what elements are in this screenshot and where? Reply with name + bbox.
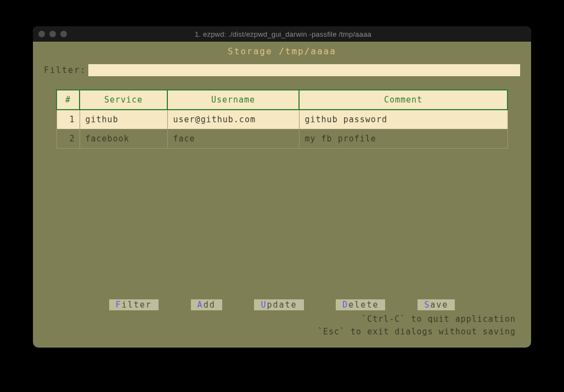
- app-body: Storage /tmp/aaaa Filter: # Service User…: [33, 42, 531, 348]
- cell-service: github: [80, 110, 167, 129]
- help-text: `Ctrl-C` to quit application `Esc` to ex…: [318, 313, 516, 338]
- storage-path: /tmp/aaaa: [279, 46, 336, 56]
- cell-comment: github password: [299, 110, 507, 129]
- button-rest: pdate: [267, 300, 297, 310]
- storage-header: Storage /tmp/aaaa: [44, 46, 520, 56]
- col-header-username: Username: [167, 90, 299, 110]
- help-line-esc: `Esc` to exit dialogs without saving: [318, 326, 516, 338]
- table-row[interactable]: 1 github user@github.com github password: [57, 110, 507, 129]
- hotkey-letter: S: [424, 300, 430, 310]
- action-button-row: Filter Add Update Delete Save: [33, 299, 531, 310]
- button-rest: ave: [430, 300, 448, 310]
- col-header-index: #: [57, 90, 80, 110]
- add-button[interactable]: Add: [191, 299, 222, 310]
- cell-username: face: [167, 129, 299, 149]
- storage-prefix: Storage: [228, 46, 279, 56]
- update-button[interactable]: Update: [254, 299, 303, 310]
- filter-button[interactable]: Filter: [109, 299, 159, 310]
- col-header-service: Service: [80, 90, 167, 110]
- window-title: 1. ezpwd: ./dist/ezpwd_gui_darwin -passf…: [41, 30, 526, 38]
- hotkey-letter: F: [116, 300, 122, 310]
- col-header-comment: Comment: [299, 90, 507, 110]
- table-row[interactable]: 2 facebook face my fb profile: [57, 129, 507, 149]
- button-rest: ilter: [122, 300, 152, 310]
- titlebar: 1. ezpwd: ./dist/ezpwd_gui_darwin -passf…: [33, 26, 531, 42]
- hotkey-letter: U: [261, 300, 267, 310]
- cell-comment: my fb profile: [299, 129, 507, 149]
- filter-input-wrap: [88, 64, 520, 76]
- cell-username: user@github.com: [167, 110, 299, 129]
- help-line-quit: `Ctrl-C` to quit application: [318, 313, 516, 326]
- hotkey-letter: A: [198, 300, 204, 310]
- button-rest: dd: [204, 300, 216, 310]
- filter-row: Filter:: [44, 64, 520, 76]
- save-button[interactable]: Save: [418, 299, 455, 310]
- cell-service: facebook: [80, 129, 167, 149]
- password-table-wrap: # Service Username Comment 1 github user…: [56, 89, 508, 149]
- app-window: 1. ezpwd: ./dist/ezpwd_gui_darwin -passf…: [33, 26, 531, 348]
- hotkey-letter: D: [342, 300, 348, 310]
- cell-index: 1: [57, 110, 80, 129]
- delete-button[interactable]: Delete: [336, 299, 385, 310]
- filter-label: Filter:: [44, 65, 86, 75]
- table-header-row: # Service Username Comment: [57, 90, 507, 110]
- filter-input[interactable]: [88, 64, 520, 76]
- password-table: # Service Username Comment 1 github user…: [56, 89, 508, 149]
- button-rest: elete: [348, 300, 379, 310]
- cell-index: 2: [57, 129, 80, 149]
